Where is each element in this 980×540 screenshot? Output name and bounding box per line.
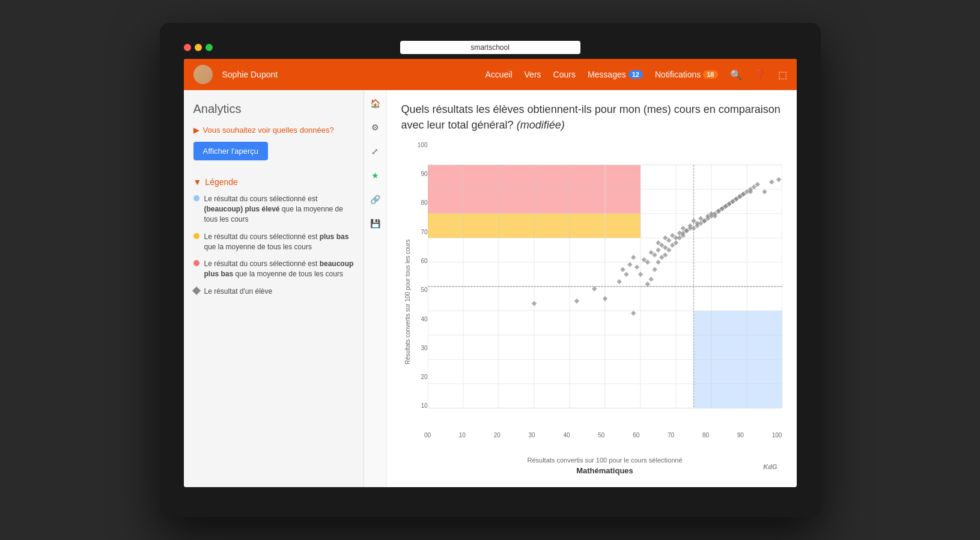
logout-icon[interactable]: ⬚ [778,69,787,80]
save-icon-btn[interactable]: 💾 [367,215,383,232]
notifications-badge: 18 [703,70,717,79]
legend-text-red: Le résultat du cours sélectionné est bea… [204,259,354,279]
nav-messages[interactable]: Messages [588,70,626,79]
sidebar-title: Analytics [193,102,354,116]
close-button[interactable] [184,44,191,51]
link-icon-btn[interactable]: 🔗 [367,191,383,208]
arrow-icon: ▶ [193,126,199,135]
legend-dot-red [193,260,199,266]
legend-dot-yellow [193,233,199,239]
legend-arrow: ▼ [193,177,202,187]
sidebar: Analytics ▶ Vous souhaitez voir quelles … [184,90,364,487]
chart-title-suffix: (modifiée) [517,119,565,131]
data-link[interactable]: ▶ Vous souhaitez voir quelles données? [193,126,354,135]
x-tick-labels: 0 10 20 30 40 50 60 70 8 [428,432,782,438]
user-name: Sophie Dupont [222,70,278,79]
legend-text-blue: Le résultat du cours sélectionné est (be… [204,194,354,224]
chart-container: Résultats convertis sur 100 pour tous le… [401,142,782,475]
nav-notifications[interactable]: Notifications [655,70,701,79]
search-icon[interactable]: 🔍 [730,69,742,80]
legend-dot-blue [193,195,199,201]
legend-item-diamond: Le résultat d'un élève [193,287,354,297]
preview-button[interactable]: Afficher l'aperçu [193,142,269,160]
maximize-button[interactable] [205,44,213,51]
chart-svg [428,142,782,431]
content-area: 🏠 ⚙ ⤢ ★ 🔗 💾 Quels résultats les élèves o… [364,90,797,487]
url-bar[interactable]: smartschool [400,41,580,54]
nav-messages-wrap[interactable]: Messages 12 [588,70,643,79]
legend-item-blue: Le résultat du cours sélectionné est (be… [193,194,354,224]
data-link-text: Vous souhaitez voir quelles données? [203,126,334,135]
legend-section: ▼ Légende Le résultat du cours sélection… [193,177,354,296]
chart-subtitle: Mathématiques [428,466,782,475]
chart-title-text: Quels résultats les élèves obtiennent-il… [401,103,781,130]
nav-accueil[interactable]: Accueil [485,70,512,79]
chart-section: Quels résultats les élèves obtiennent-il… [387,90,797,487]
messages-badge: 12 [628,70,643,79]
nav-cours[interactable]: Cours [553,70,576,79]
y-axis-label: Résultats convertis sur 100 pour tous le… [404,176,410,428]
chart-title: Quels résultats les élèves obtiennent-il… [401,102,782,132]
legend-item-red: Le résultat du cours sélectionné est bea… [193,259,354,279]
url-text: smartschool [470,43,510,52]
nav-items: Accueil Vers Cours Messages 12 Notificat… [485,69,787,80]
legend-title: Légende [205,177,238,187]
avatar [193,65,213,84]
nav-vers[interactable]: Vers [525,70,541,79]
legend-item-yellow: Le résultat du cours sélectionné est plu… [193,232,354,252]
nav-notifications-wrap[interactable]: Notifications 18 [655,70,718,79]
y-tick-labels: 0 10 20 30 40 50 60 70 80 [411,142,428,455]
top-navigation: Sophie Dupont Accueil Vers Cours Message… [184,59,797,90]
legend-diamond-icon [192,287,200,295]
x-axis-label: Résultats convertis sur 100 pour le cour… [428,457,782,464]
kdg-logo: KdG [763,463,777,470]
star-icon-btn[interactable]: ★ [367,167,383,184]
legend-toggle[interactable]: ▼ Légende [193,177,354,187]
settings-icon-btn[interactable]: ⚙ [367,119,383,136]
help-icon[interactable]: ❓ [754,69,766,80]
main-layout: Analytics ▶ Vous souhaitez voir quelles … [184,90,797,487]
minimize-button[interactable] [195,44,202,51]
icon-bar: 🏠 ⚙ ⤢ ★ 🔗 💾 [364,90,387,487]
expand-icon-btn[interactable]: ⤢ [367,143,383,160]
legend-text-diamond: Le résultat d'un élève [204,287,273,297]
home-icon-btn[interactable]: 🏠 [367,95,383,112]
legend-text-yellow: Le résultat du cours sélectionné est plu… [204,232,354,252]
